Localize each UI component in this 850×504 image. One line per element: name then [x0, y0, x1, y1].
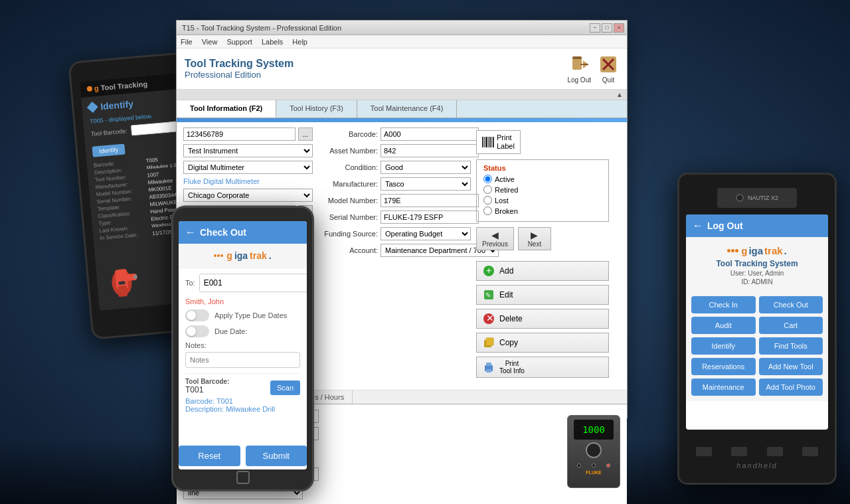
action-buttons: + Add ✎ Edit ✕ Delete [476, 254, 609, 384]
apply-type-toggle[interactable] [185, 309, 209, 321]
print-icon [482, 361, 495, 374]
serial-row: Serial Number: [318, 210, 471, 224]
phone-center: ← Check Out g iga trak . To: Scan [171, 206, 314, 491]
print-label-button[interactable]: PrintLabel [476, 130, 521, 154]
funding-select[interactable]: Operating Budget [381, 227, 471, 240]
hh-logo-trak: trak [764, 245, 783, 256]
browse-button-1[interactable]: ... [298, 127, 313, 141]
tab-tool-history[interactable]: Tool History (F3) [276, 100, 357, 118]
status-retired-radio[interactable] [483, 185, 492, 194]
barcode-value-display: T001 [185, 385, 266, 394]
back-arrow-icon[interactable]: ← [185, 226, 196, 238]
status-broken-radio[interactable] [483, 207, 492, 215]
to-row: To: Scan [185, 274, 300, 292]
subcategory-select[interactable]: Digital Multimeter [183, 161, 313, 174]
barcode-input[interactable] [381, 127, 479, 141]
add-icon: + [482, 264, 495, 278]
svg-text:+: + [486, 265, 491, 276]
reset-button[interactable]: Reset [179, 446, 240, 466]
status-lost-radio[interactable] [483, 196, 492, 205]
drill-image-area [102, 254, 142, 303]
add-button[interactable]: + Add [476, 261, 609, 281]
desktop-titlebar: T15 - Tool Tracking System - Professiona… [177, 21, 627, 35]
tool-name-row: Fluke Digital Multimeter [183, 177, 313, 185]
print-tool-info-button[interactable]: PrintTool Info [476, 357, 609, 378]
tab-tool-maintenance[interactable]: Tool Maintenance (F4) [357, 100, 457, 118]
hh-dot-1 [727, 249, 730, 252]
desc-link[interactable]: Description: Milwaukee Drill [185, 405, 300, 413]
handheld-logo-area: g iga trak . Tool Tracking System User: … [686, 237, 828, 291]
next-button[interactable]: ▶ Next [518, 227, 551, 250]
menu-labels[interactable]: Labels [262, 38, 283, 46]
minimize-btn[interactable]: − [590, 23, 600, 33]
tab-tool-information[interactable]: Tool Information (F2) [177, 100, 276, 118]
logo-dot-3 [220, 254, 223, 257]
audit-button[interactable]: Audit [691, 317, 756, 334]
handheld-app-title: Tool Tracking System [716, 259, 798, 268]
hh-dot-3 [735, 249, 738, 252]
prev-arrow-icon: ◀ [491, 230, 499, 240]
menu-view[interactable]: View [202, 38, 218, 46]
identify-hh-button[interactable]: Identify [691, 337, 756, 355]
barcode-row: Barcode: [318, 127, 471, 141]
person-name-link[interactable]: Smith, John [185, 297, 300, 305]
hh-logo-dots [727, 249, 738, 252]
serial-input[interactable] [381, 210, 479, 224]
notes-input[interactable] [185, 352, 300, 368]
delete-button[interactable]: ✕ Delete [476, 309, 609, 329]
collapse-icon[interactable]: ▲ [616, 91, 623, 98]
checkin-button[interactable]: Check In [691, 296, 756, 313]
logo-trak: trak [250, 250, 267, 261]
manufacturer-row: Manufacturer: Tasco [318, 177, 471, 191]
menu-help[interactable]: Help [292, 38, 307, 46]
manufacturer-select[interactable]: Tasco [381, 177, 471, 191]
maintenance-button[interactable]: Maintenance [691, 378, 756, 396]
add-new-tool-button[interactable]: Add New Tool [759, 358, 823, 375]
restore-btn[interactable]: □ [602, 23, 612, 33]
edit-icon: ✎ [482, 288, 495, 301]
menu-file[interactable]: File [181, 38, 193, 46]
add-tool-photo-button[interactable]: Add Tool Photo [759, 378, 823, 396]
quit-button[interactable]: Quit [598, 54, 619, 84]
menu-support[interactable]: Support [226, 38, 252, 46]
condition-select[interactable]: Good [381, 161, 471, 174]
to-input[interactable] [199, 274, 307, 292]
category-select[interactable]: Test Instrument [183, 144, 313, 157]
print-label-area: PrintLabel [476, 127, 609, 154]
checkout-form: To: Scan Smith, John Apply Type Due Date… [179, 268, 307, 418]
handheld-user-label: User: User, Admin [730, 270, 784, 277]
close-btn[interactable]: × [614, 23, 624, 33]
barcode-link[interactable]: Barcode: T001 [185, 397, 300, 405]
find-tools-button[interactable]: Find Tools [759, 337, 823, 355]
scan-button-2[interactable]: Scan [270, 380, 300, 395]
status-broken-row: Broken [483, 207, 602, 215]
model-label: Model Number: [318, 197, 378, 205]
asset-input[interactable] [381, 144, 479, 157]
camera-lens-icon [736, 194, 744, 202]
reservations-button[interactable]: Reservations [691, 358, 756, 375]
logout-button[interactable]: Log Out [567, 54, 591, 84]
edit-button[interactable]: ✎ Edit [476, 285, 609, 305]
status-active-radio[interactable] [483, 175, 492, 183]
svg-text:✎: ✎ [485, 292, 491, 299]
model-input[interactable] [381, 194, 479, 207]
logo-dot-1 [214, 254, 216, 257]
tool-number-input[interactable] [183, 127, 296, 141]
port-icon [577, 463, 581, 467]
previous-button[interactable]: ◀ Previous [476, 227, 514, 250]
titlebar-controls: − □ × [590, 23, 624, 33]
condition-label: Condition: [318, 163, 378, 171]
barcode-section: Tool Barcode: T001 Scan Barcode: T001 De… [185, 373, 300, 413]
location-select[interactable]: Chicago Corporate [183, 189, 313, 202]
checkout-button[interactable]: Check Out [759, 296, 823, 313]
copy-button[interactable]: Copy [476, 333, 609, 353]
submit-button[interactable]: Submit [246, 446, 307, 466]
due-date-label: Due Date: [214, 327, 248, 335]
apply-type-label: Apply Type Due Dates [214, 311, 287, 319]
handheld-back-icon[interactable]: ← [693, 220, 703, 232]
cart-button[interactable]: Cart [759, 317, 823, 334]
due-date-toggle[interactable] [185, 325, 209, 337]
tool-name-link[interactable]: Fluke Digital Multimeter [183, 177, 260, 185]
logout-label: Log Out [567, 76, 591, 84]
phone-home-button[interactable] [236, 471, 250, 484]
